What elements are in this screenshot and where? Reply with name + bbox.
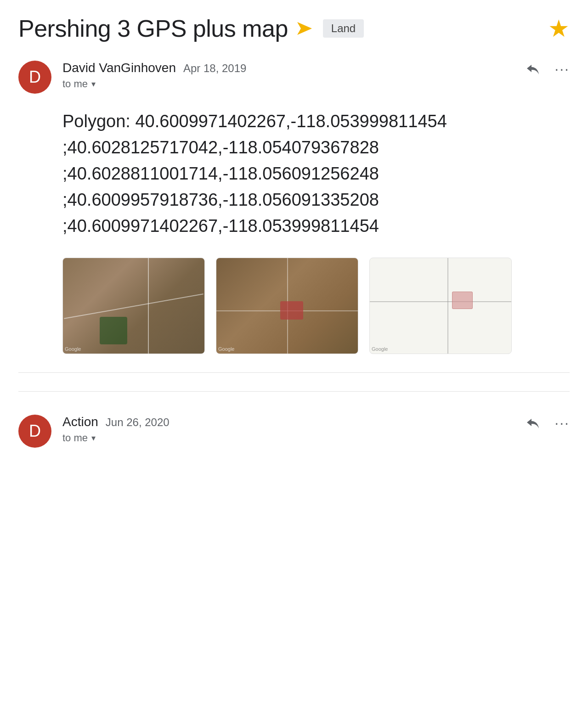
star-icon[interactable]: ★: [548, 15, 570, 42]
recipient-text-2: to me: [62, 432, 88, 444]
message-actions: ···: [525, 61, 570, 78]
message-2-header: D Action Jun 26, 2020 to me ▾ ···: [18, 415, 570, 448]
reply-button-2[interactable]: [525, 415, 542, 432]
sender-name-2: Action: [62, 415, 98, 429]
reply-button[interactable]: [525, 61, 542, 78]
recipient-text: to me: [62, 78, 88, 90]
polygon-text: Polygon: 40.6009971402267,-118.053999811…: [62, 108, 570, 239]
attachment-thumbnail-2[interactable]: [216, 258, 358, 354]
attachment-thumbnail-1[interactable]: [62, 258, 205, 354]
attachment-thumbnail-3[interactable]: [369, 258, 512, 354]
sender-date-2: Jun 26, 2020: [106, 416, 170, 429]
label-badge[interactable]: Land: [323, 19, 364, 38]
message-1: D David VanGinhoven Apr 18, 2019 to me ▾…: [18, 61, 570, 373]
sender-info-2: Action Jun 26, 2020 to me ▾: [62, 415, 514, 444]
message-actions-2: ···: [525, 415, 570, 432]
email-container: Pershing 3 GPS plus map Land ★ D David V…: [0, 0, 588, 477]
chevron-down-icon-2[interactable]: ▾: [91, 433, 96, 443]
sender-info: David VanGinhoven Apr 18, 2019 to me ▾: [62, 61, 514, 90]
svg-marker-0: [297, 22, 312, 35]
email-header: Pershing 3 GPS plus map Land ★: [18, 15, 570, 42]
message-1-body: Polygon: 40.6009971402267,-118.053999811…: [18, 108, 570, 354]
message-2: D Action Jun 26, 2020 to me ▾ ···: [18, 410, 570, 448]
more-options-button[interactable]: ···: [554, 61, 570, 78]
attachments-row: [62, 258, 570, 354]
sender-date: Apr 18, 2019: [183, 62, 246, 75]
sender-name: David VanGinhoven: [62, 61, 176, 75]
recipient-row-2: to me ▾: [62, 432, 514, 444]
chevron-down-icon[interactable]: ▾: [91, 79, 96, 89]
message-1-header: D David VanGinhoven Apr 18, 2019 to me ▾…: [18, 61, 570, 94]
avatar-2: D: [18, 415, 51, 448]
forward-arrow-icon: [295, 18, 316, 39]
sender-row: David VanGinhoven Apr 18, 2019: [62, 61, 514, 75]
recipient-row: to me ▾: [62, 78, 514, 90]
divider: [18, 391, 570, 392]
page-title: Pershing 3 GPS plus map: [18, 15, 288, 42]
avatar: D: [18, 61, 51, 94]
more-options-button-2[interactable]: ···: [554, 415, 570, 432]
sender-row-2: Action Jun 26, 2020: [62, 415, 514, 429]
